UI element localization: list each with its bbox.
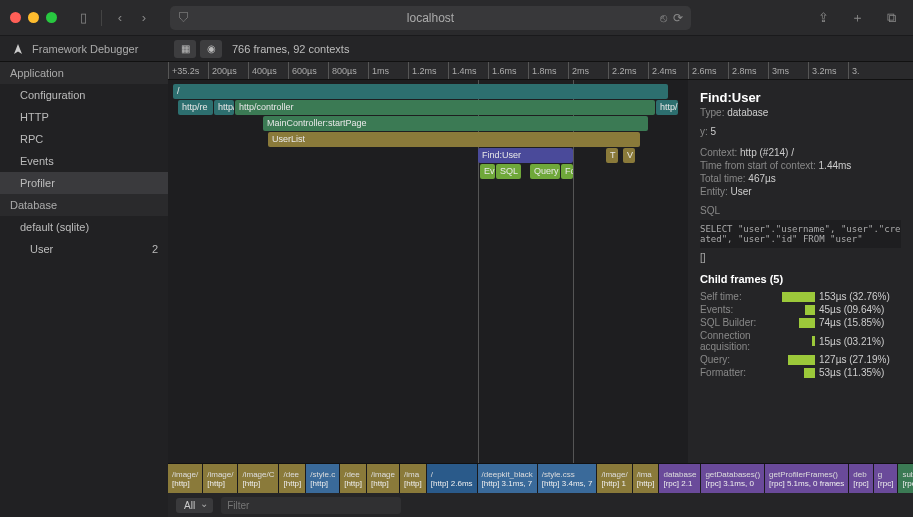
frame-v[interactable]: V (623, 148, 635, 163)
ruler-tick: 3ms (768, 62, 789, 80)
child-frame-row: SQL Builder:74µs (15.85%) (700, 317, 901, 328)
filter-input[interactable] (221, 497, 401, 514)
context-cell[interactable]: subscribe[rpc] 1.1 (898, 464, 913, 493)
ruler-tick: 1ms (368, 62, 389, 80)
context-cell[interactable]: /ima[http] (400, 464, 427, 493)
ruler-tick: 1.2ms (408, 62, 437, 80)
frame-http-req[interactable]: http/re (178, 100, 213, 115)
context-cell[interactable]: /image[http] (367, 464, 400, 493)
frame-root[interactable]: / (173, 84, 668, 99)
sidebar-item-profiler[interactable]: Profiler (0, 172, 168, 194)
ruler-tick: 2.8ms (728, 62, 757, 80)
traffic-lights (10, 12, 57, 23)
ruler-tick: 400µs (248, 62, 277, 80)
context-cell[interactable]: getProfilerFrames()[rpc] 5.1ms, 0 frames (765, 464, 849, 493)
brand-logo-icon (12, 43, 24, 55)
close-window[interactable] (10, 12, 21, 23)
context-cell[interactable]: g[rpc] (874, 464, 899, 493)
context-cell[interactable]: /dee[http] (279, 464, 306, 493)
reload-icon[interactable]: ⟳ (673, 11, 683, 25)
sidebar-item-events[interactable]: Events (0, 150, 168, 172)
brand: Framework Debugger (0, 43, 168, 55)
sidebar-item-db-user[interactable]: User 2 (0, 238, 168, 260)
sidebar-cat-database: Database (0, 194, 168, 216)
sidebar-item-rpc[interactable]: RPC (0, 128, 168, 150)
maximize-window[interactable] (46, 12, 57, 23)
nav-back-icon[interactable]: ‹ (108, 7, 132, 29)
ruler-tick: 2.4ms (648, 62, 677, 80)
ruler-tick: 2ms (568, 62, 589, 80)
sidebar-cat-application: Application (0, 62, 168, 84)
brand-label: Framework Debugger (32, 43, 138, 55)
context-cell[interactable]: /ima[http] (633, 464, 660, 493)
child-frame-row: Self time:153µs (32.76%) (700, 291, 901, 302)
child-frame-row: Formatter:53µs (11.35%) (700, 367, 901, 378)
frame-sql[interactable]: SQL (496, 164, 521, 179)
flame-timeline[interactable]: / http/re http/ http/controller http/ Ma… (168, 80, 688, 463)
context-cell[interactable]: /deepkit_black[http] 3.1ms, 7 (478, 464, 538, 493)
ruler-tick: 1.4ms (448, 62, 477, 80)
frame-maincontroller[interactable]: MainController:startPage (263, 116, 648, 131)
ruler-tick: 2.6ms (688, 62, 717, 80)
frame-t[interactable]: T (606, 148, 618, 163)
new-tab-icon[interactable]: ＋ (845, 7, 869, 29)
ruler-tick: 1.6ms (488, 62, 517, 80)
ruler-tick: 600µs (288, 62, 317, 80)
sidebar-item-badge: 2 (152, 243, 158, 255)
sql-text: SELECT "user"."username", "user"."create… (700, 220, 901, 248)
context-cell[interactable]: getDatabases()[rpc] 3.1ms, 0 (701, 464, 765, 493)
frame-controller[interactable]: http/controller (235, 100, 655, 115)
context-cell[interactable]: /image/[http] (203, 464, 238, 493)
detail-panel: Find:User Type: database y: 5 Context: h… (688, 80, 913, 463)
context-strip[interactable]: /image/[http]/image/[http]/image/C[http]… (168, 463, 913, 493)
sidebar-toggle-icon[interactable]: ▯ (71, 7, 95, 29)
context-cell[interactable]: /dee[http] (340, 464, 367, 493)
frame-http-tail[interactable]: http/ (656, 100, 678, 115)
child-frames-list: Self time:153µs (32.76%)Events:45µs (09.… (700, 291, 901, 378)
ruler-tick: 3. (848, 62, 860, 80)
context-cell[interactable]: /image/[http] 1 (597, 464, 632, 493)
context-cell[interactable]: deb[rpc] (849, 464, 874, 493)
filter-select[interactable]: All (176, 498, 213, 513)
ruler-tick: 800µs (328, 62, 357, 80)
context-cell[interactable]: /image/C[http] (238, 464, 279, 493)
sidebar: Application Configuration HTTP RPC Event… (0, 62, 168, 517)
child-frame-row: Events:45µs (09.64%) (700, 304, 901, 315)
context-cell[interactable]: /style.css[http] 3.4ms, 7 (538, 464, 598, 493)
url-bar[interactable]: ⛉ localhost ⎋ ⟳ (170, 6, 691, 30)
ruler-tick: 1.8ms (528, 62, 557, 80)
children-title: Child frames (5) (700, 273, 901, 285)
window-titlebar: ▯ ‹ › ⛉ localhost ⎋ ⟳ ⇪ ＋ ⧉ (0, 0, 913, 36)
frame-count-label: 766 frames, 92 contexts (232, 43, 349, 55)
share-icon[interactable]: ⇪ (811, 7, 835, 29)
frame-userlist[interactable]: UserList (268, 132, 640, 147)
context-cell[interactable]: database[rpc] 2.1 (659, 464, 701, 493)
child-frame-row: Connection acquisition:15µs (03.21%) (700, 330, 901, 352)
sidebar-item-configuration[interactable]: Configuration (0, 84, 168, 106)
frame-events[interactable]: Ev (480, 164, 495, 179)
ruler-tick: 3.2ms (808, 62, 837, 80)
view-mode-frames-icon[interactable]: ▦ (174, 40, 196, 58)
translate-icon[interactable]: ⎋ (660, 11, 667, 25)
nav-forward-icon[interactable]: › (132, 7, 156, 29)
sql-label: SQL (700, 205, 901, 216)
ruler-tick: +35.2s (168, 62, 199, 80)
frame-query[interactable]: Query (530, 164, 560, 179)
context-cell[interactable]: /image/[http] (168, 464, 203, 493)
detail-title: Find:User (700, 90, 901, 105)
view-mode-snapshot-icon[interactable]: ◉ (200, 40, 222, 58)
child-frame-row: Query:127µs (27.19%) (700, 354, 901, 365)
ruler-tick: 2.2ms (608, 62, 637, 80)
shield-icon: ⛉ (178, 11, 190, 25)
sidebar-item-db-default[interactable]: default (sqlite) (0, 216, 168, 238)
sidebar-item-http[interactable]: HTTP (0, 106, 168, 128)
frame-http[interactable]: http/ (214, 100, 234, 115)
context-cell[interactable]: /[http] 2.6ms (427, 464, 478, 493)
minimize-window[interactable] (28, 12, 39, 23)
time-ruler[interactable]: +35.2s200µs400µs600µs800µs1ms1.2ms1.4ms1… (168, 62, 913, 80)
context-cell[interactable]: /style.c[http] (306, 464, 340, 493)
tabs-overview-icon[interactable]: ⧉ (879, 7, 903, 29)
frame-formatter[interactable]: Fo (561, 164, 573, 179)
sql-params: [] (700, 252, 901, 263)
frame-find-user[interactable]: Find:User (478, 148, 573, 163)
